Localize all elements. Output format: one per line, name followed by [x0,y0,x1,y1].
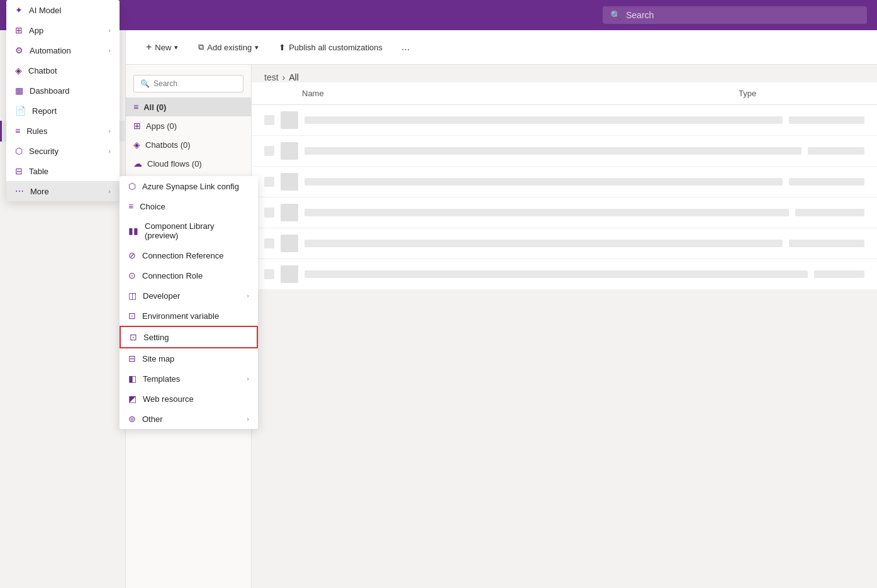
main-layout: ☰ ← Back to solutions test ⊡ Overview ≡ … [0,30,877,588]
submenu-item-choice[interactable]: ≡ Choice [120,196,258,216]
rules-icon: ≡ [15,126,20,136]
submenu-item-environment-variable-label: Environment variable [142,311,249,321]
all-icon: ≡ [133,102,138,112]
dropdown-item-automation[interactable]: ⚙ Automation › [6,40,120,60]
global-search-input[interactable] [626,10,859,20]
row-type-bar [789,240,864,247]
table-row [252,228,877,259]
app-icon: ⊞ [15,25,23,35]
new-chevron-icon: ▾ [174,43,178,52]
breadcrumb-separator: › [282,72,286,82]
table-row [252,259,877,290]
azure-synapse-icon: ⬡ [128,181,136,191]
sidebar-item-all[interactable]: ≡ All (0) [126,97,251,116]
submenu-item-setting-label: Setting [143,333,248,342]
publish-label: Publish all customizations [289,43,383,52]
other-icon: ⊚ [128,414,136,424]
submenu-item-component-library[interactable]: ▮▮ Component Library (preview) [120,216,258,245]
submenu-item-connection-reference[interactable]: ⊘ Connection Reference [120,245,258,265]
submenu-item-azure-synapse[interactable]: ⬡ Azure Synapse Link config [120,176,258,196]
dropdown-item-dashboard[interactable]: ▦ Dashboard [6,80,120,101]
row-thumb [281,265,298,283]
row-checkbox[interactable] [264,177,274,187]
chatbot-icon: ◈ [15,65,22,75]
submenu-item-developer-label: Developer [143,291,240,301]
submenu-item-templates[interactable]: ◧ Templates › [120,369,258,389]
sidebar-item-all-label: All (0) [143,103,166,112]
submenu-item-web-resource[interactable]: ◩ Web resource [120,389,258,409]
new-dropdown-menu[interactable]: ✦ AI Model ⊞ App › ⚙ Automation › [6,0,120,201]
more-icon: ⋯ [15,186,24,196]
row-name-bar [304,178,783,186]
submenu-item-site-map-label: Site map [142,354,249,363]
second-search-input[interactable] [154,79,237,88]
row-checkbox[interactable] [264,115,274,125]
new-button[interactable]: + New ▾ [138,38,186,57]
templates-chevron-icon: › [247,375,249,382]
table-icon: ⊟ [15,166,23,176]
submenu-item-choice-label: Choice [140,202,249,211]
publish-button[interactable]: ⬆ Publish all customizations [271,39,390,56]
dropdown-item-more[interactable]: ⋯ More › [6,181,120,201]
automation-chevron-icon: › [108,47,111,54]
sidebar-item-chatbots[interactable]: ◈ Chatbots (0) [126,135,251,154]
row-checkbox[interactable] [264,208,274,218]
automation-icon: ⚙ [15,45,23,55]
dropdown-item-report[interactable]: 📄 Report [6,101,120,121]
row-checkbox[interactable] [264,146,274,156]
report-icon: 📄 [15,106,26,116]
submenu-item-developer[interactable]: ◫ Developer › [120,286,258,306]
templates-icon: ◧ [128,374,137,384]
row-thumb [281,111,298,129]
sidebar-item-apps[interactable]: ⊞ Apps (0) [126,116,251,135]
dropdown-item-app-label: App [29,26,102,35]
content-wrapper: 🔍 ≡ All (0) ⊞ Apps (0) ◈ Chatbots (0) ☁ [126,65,877,588]
setting-icon: ⊡ [130,332,137,342]
other-chevron-icon: › [247,415,249,423]
dropdown-item-security[interactable]: ⬡ Security › [6,141,120,161]
second-sidebar-search[interactable]: 🔍 [133,75,243,92]
table-rows [252,105,877,290]
table-row [252,197,877,228]
submenu-item-setting[interactable]: ⊡ Setting [120,326,258,348]
sidebar-item-apps-label: Apps (0) [146,121,177,131]
dropdown-item-chatbot[interactable]: ◈ Chatbot [6,60,120,80]
table-row [252,105,877,136]
submenu-item-azure-synapse-label: Azure Synapse Link config [142,182,249,191]
sidebar-item-cloud-flows[interactable]: ☁ Cloud flows (0) [126,154,251,173]
web-resource-icon: ◩ [128,394,137,404]
component-library-icon: ▮▮ [128,226,138,236]
choice-icon: ≡ [128,201,133,211]
row-type-bar [789,178,864,186]
chatbots-icon: ◈ [133,140,140,150]
sidebar-item-cloud-flows-label: Cloud flows (0) [147,159,202,169]
dropdown-item-app[interactable]: ⊞ App › [6,20,120,40]
submenu-item-site-map[interactable]: ⊟ Site map [120,348,258,369]
dropdown-item-ai-model[interactable]: ✦ AI Model [6,0,120,20]
row-checkbox[interactable] [264,269,274,279]
more-submenu[interactable]: ⬡ Azure Synapse Link config ≡ Choice ▮▮ … [120,176,258,429]
submenu-item-connection-role[interactable]: ⊙ Connection Role [120,265,258,286]
dropdown-item-dashboard-label: Dashboard [30,86,111,96]
connection-role-icon: ⊙ [128,270,136,280]
more-options-button[interactable]: ... [395,38,416,57]
global-search-bar[interactable]: 🔍 [603,6,867,24]
second-search-icon: 🔍 [140,79,150,88]
breadcrumb-current: All [289,72,299,82]
dropdown-item-report-label: Report [32,106,111,116]
more-chevron-icon: › [108,187,111,195]
toolbar: + New ▾ ⧉ Add existing ▾ ⬆ Publish all c… [126,30,877,65]
breadcrumb-root: test [264,72,279,82]
submenu-item-other[interactable]: ⊚ Other › [120,409,258,429]
dropdown-item-rules[interactable]: ≡ Rules › [6,121,120,141]
row-checkbox[interactable] [264,238,274,248]
submenu-item-environment-variable[interactable]: ⊡ Environment variable [120,306,258,326]
row-name-bar [304,240,783,247]
table-area: test › All Name Type [252,65,877,588]
plus-icon: + [146,42,152,53]
add-existing-button[interactable]: ⧉ Add existing ▾ [191,38,266,56]
row-thumb [281,235,298,252]
row-type-bar [808,147,864,155]
add-existing-icon: ⧉ [198,42,204,52]
dropdown-item-table[interactable]: ⊟ Table [6,161,120,181]
